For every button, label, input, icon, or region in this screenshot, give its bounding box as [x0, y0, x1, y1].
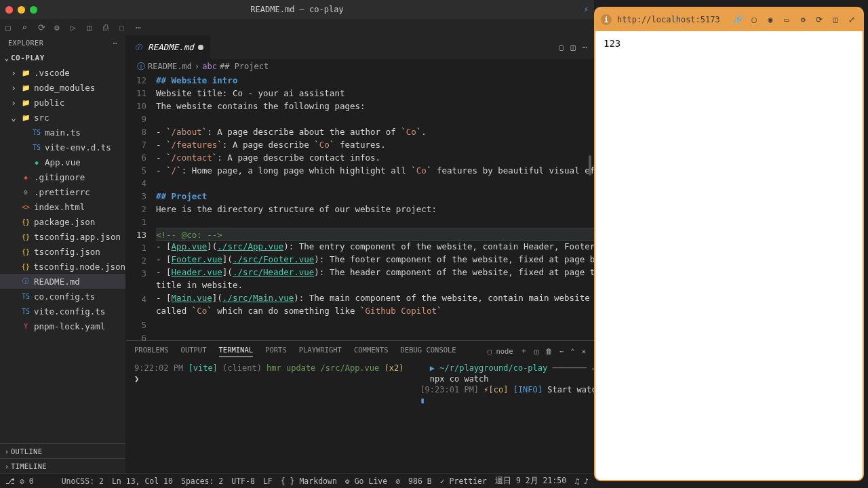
file-icon: Y	[20, 321, 31, 331]
panel-more-icon[interactable]: ⋯	[559, 347, 564, 355]
file-icon: TS	[31, 142, 42, 152]
camera-icon[interactable]: ◉	[765, 14, 776, 25]
folder-icon[interactable]: ▭	[781, 14, 792, 25]
timeline-section[interactable]: ›TIMELINE	[0, 458, 125, 473]
outline-section[interactable]: ›OUTLINE	[0, 443, 125, 458]
expand-icon[interactable]: ⤢	[846, 14, 857, 25]
terminal-launcher[interactable]: ▢ node	[488, 347, 513, 355]
tree-item-package-json[interactable]: {}package.json	[0, 214, 125, 229]
status-encoding[interactable]: UTF-8	[231, 476, 255, 486]
code-editor[interactable]: 12111098765432113123456 ## Website intro…	[126, 74, 594, 340]
tree-item-vite-config-ts[interactable]: TSvite.config.ts	[0, 304, 125, 319]
tree-item-App-vue[interactable]: ◆App.vue	[0, 155, 125, 169]
tree-item--vscode[interactable]: ›📁.vscode	[0, 65, 125, 80]
panel-close-icon[interactable]: ✕	[582, 347, 586, 355]
new-file-icon[interactable]: ▢	[5, 22, 15, 32]
link-icon[interactable]: 🔗	[732, 14, 743, 25]
refresh-icon[interactable]: ⟳	[814, 14, 825, 25]
window-icon[interactable]: ▢	[749, 14, 760, 25]
terminal-add-icon[interactable]: ＋	[520, 346, 528, 356]
tree-item-index-html[interactable]: <>index.html	[0, 199, 125, 214]
tree-item-src[interactable]: ⌄📁src	[0, 110, 125, 125]
status-language[interactable]: { } Markdown	[281, 476, 337, 486]
panel-tab-output[interactable]: OUTPUT	[181, 346, 207, 357]
file-icon: 📁	[20, 67, 31, 78]
explorer-title: EXPLORER	[8, 39, 43, 47]
tree-item-tsconfig-json[interactable]: {}tsconfig.json	[0, 244, 125, 259]
tree-item-tsconfig-node-json[interactable]: {}tsconfig.node.json	[0, 259, 125, 274]
file-icon: {}	[20, 261, 31, 272]
preview-icon[interactable]: ▢	[559, 43, 564, 52]
panel-tab-problems[interactable]: PROBLEMS	[134, 346, 169, 357]
panel-tab-debug-console[interactable]: DEBUG CONSOLE	[401, 346, 456, 357]
breadcrumb[interactable]: ⓘ README.md › abc ## Project	[126, 59, 594, 74]
browser-preview: i http://localhost:5173 🔗 ▢ ◉ ▭ ⚙ ⟳ ◫ ⤢ …	[594, 7, 864, 481]
copilot-icon[interactable]: ⚡	[584, 5, 589, 14]
status-port[interactable]: ⊘	[395, 476, 400, 486]
editor-tabs: ⓘ README.md ▢ ◫ ⋯	[126, 35, 594, 59]
tree-item-pnpm-lock-yaml[interactable]: Ypnpm-lock.yaml	[0, 319, 125, 333]
bottom-panel: PROBLEMSOUTPUTTERMINALPORTSPLAYWRIGHTCOM…	[126, 340, 594, 473]
tree-item-main-ts[interactable]: TSmain.ts	[0, 125, 125, 140]
terminal-left[interactable]: 9:22:02 PM [vite] (client) hmr update /s…	[126, 361, 412, 473]
terminal-split-icon[interactable]: ◫	[534, 347, 538, 355]
window-titlebar: README.md — co-play ⚡	[0, 0, 594, 19]
file-icon: 📁	[20, 82, 31, 93]
status-spaces[interactable]: Spaces: 2	[181, 476, 223, 486]
status-unocss[interactable]: UnoCSS: 2	[62, 476, 104, 486]
traffic-minimize-icon[interactable]	[18, 6, 25, 14]
explorer-root[interactable]: ⌄ CO-PLAY	[0, 50, 125, 65]
split-icon[interactable]: ◫	[87, 22, 96, 32]
panel-maximize-icon[interactable]: ⌃	[570, 347, 574, 355]
traffic-maximize-icon[interactable]	[30, 6, 37, 14]
more-icon[interactable]: ⋯	[136, 22, 145, 32]
editor-iconbar: ▢ ⌕ ⟳ ⚙ ▷ ◫ ⎙ ☐ ⋯	[0, 19, 594, 35]
site-info-icon[interactable]: i	[601, 14, 612, 25]
tab-more-icon[interactable]: ⋯	[583, 43, 587, 52]
file-icon: 📁	[20, 97, 31, 108]
refresh-icon[interactable]: ⟳	[38, 22, 47, 32]
settings-icon[interactable]: ⚙	[797, 14, 808, 25]
tree-item-public[interactable]: ›📁public	[0, 95, 125, 110]
tree-item-node_modules[interactable]: ›📁node_modules	[0, 80, 125, 95]
traffic-close-icon[interactable]	[5, 6, 13, 14]
panel-tab-ports[interactable]: PORTS	[265, 346, 287, 357]
file-icon: ⚙	[20, 186, 31, 197]
markdown-icon: ⓘ	[137, 61, 145, 73]
split-editor-icon[interactable]: ◫	[571, 43, 576, 52]
file-icon: <>	[20, 201, 31, 212]
explorer-more-icon[interactable]: ⋯	[113, 39, 117, 47]
tree-item-tsconfig-app-json[interactable]: {}tsconfig.app.json	[0, 229, 125, 244]
status-mem[interactable]: 986 B	[408, 476, 432, 486]
save-icon[interactable]: ⎙	[103, 22, 113, 32]
status-date: 週日 9 2月 21:50	[495, 476, 566, 486]
file-icon: TS	[20, 306, 31, 317]
explorer-sidebar: EXPLORER ⋯ ⌄ CO-PLAY ›📁.vscode›📁node_mod…	[0, 35, 126, 473]
status-bell-icon[interactable]: ♫ ♪	[574, 476, 589, 486]
panel-tab-terminal[interactable]: TERMINAL	[219, 346, 254, 357]
panel-tab-comments[interactable]: COMMENTS	[354, 346, 389, 357]
file-icon: ◆	[31, 157, 42, 167]
status-remote[interactable]: ⎇ ⊘ 0	[5, 476, 34, 486]
gear-icon[interactable]: ⚙	[54, 22, 64, 32]
tree-item--gitignore[interactable]: ◈.gitignore	[0, 169, 125, 184]
browser-url[interactable]: http://localhost:5173	[617, 15, 727, 24]
panel-tab-playwright[interactable]: PLAYWRIGHT	[299, 346, 342, 357]
browser-viewport[interactable]: 123	[595, 31, 863, 480]
tree-item-vite-env-d-ts[interactable]: TSvite-env.d.ts	[0, 140, 125, 155]
status-golive[interactable]: ⊚ Go Live	[345, 476, 387, 486]
tree-item-README-md[interactable]: ⓘREADME.md	[0, 274, 125, 289]
tab-readme[interactable]: ⓘ README.md	[126, 35, 211, 59]
search-icon[interactable]: ⌕	[22, 22, 31, 32]
minimap-indicator[interactable]	[589, 155, 591, 176]
tree-item--prettierrc[interactable]: ⚙.prettierrc	[0, 184, 125, 199]
status-cursor-pos[interactable]: Ln 13, Col 10	[112, 476, 173, 486]
devtools-icon[interactable]: ◫	[830, 14, 841, 25]
file-icon: TS	[20, 291, 31, 302]
status-prettier[interactable]: ✓ Prettier	[440, 476, 487, 486]
terminal-trash-icon[interactable]: 🗑	[545, 347, 553, 355]
bookmark-icon[interactable]: ☐	[119, 22, 129, 32]
tree-item-co-config-ts[interactable]: TSco.config.ts	[0, 289, 125, 304]
debug-icon[interactable]: ▷	[71, 22, 80, 32]
status-eol[interactable]: LF	[263, 476, 273, 486]
